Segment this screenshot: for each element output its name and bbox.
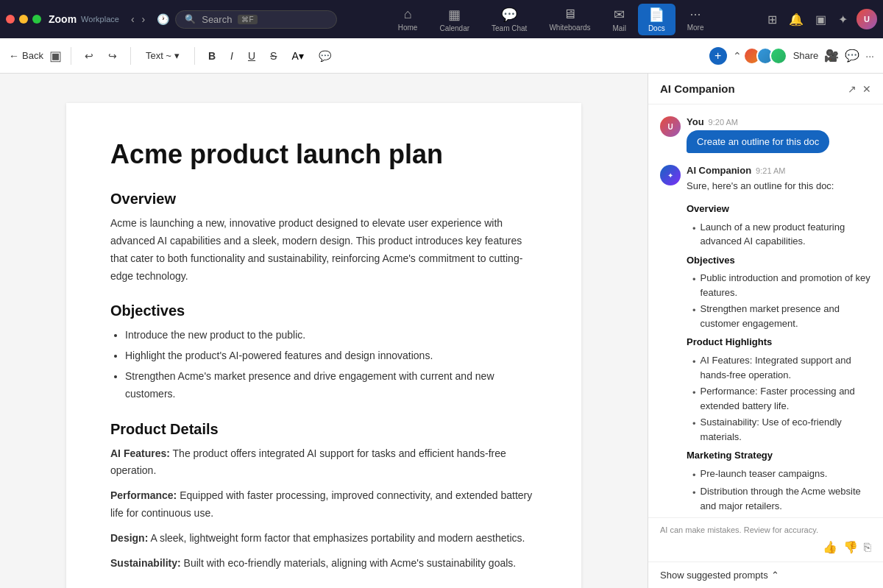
bullet-icon: • — [692, 272, 696, 300]
zoom-logo-text: Zoom — [49, 13, 77, 25]
nav-item-more[interactable]: ··· More — [677, 4, 714, 35]
feature-ai-label: AI Features: — [110, 447, 170, 459]
strikethrough-button[interactable]: S — [266, 47, 281, 65]
user-avatar[interactable]: U — [857, 9, 877, 29]
document-content: Acme product launch plan Overview Acme i… — [66, 103, 581, 588]
forward-arrow-button[interactable]: › — [139, 10, 149, 28]
nav-items: ⌂ Home ▦ Calendar 💬 Team Chat 🖥 Whiteboa… — [340, 4, 762, 35]
history-button[interactable]: 🕐 — [154, 10, 172, 28]
ai-sparkle-icon[interactable]: ✦ — [835, 10, 851, 29]
external-link-icon[interactable]: ↗ — [848, 83, 857, 95]
nav-item-docs[interactable]: 📄 Docs — [638, 4, 675, 35]
nav-item-whiteboards[interactable]: 🖥 Whiteboards — [539, 4, 600, 35]
feature-sustainability-text: Built with eco-friendly materials, align… — [184, 557, 517, 569]
show-prompts-button[interactable]: Show suggested prompts ⌃ — [660, 570, 779, 581]
outline-item-text: Distribution through the Acme website an… — [701, 484, 871, 513]
outline-item: • Sustainability: Use of eco-friendly ma… — [687, 415, 871, 444]
ai-message-row: ✦ AI Companion 9:21 AM Sure, here's an o… — [660, 165, 871, 517]
minimize-window-button[interactable] — [19, 15, 28, 24]
outline-overview: Overview • Launch of a new product featu… — [687, 202, 871, 249]
outline-item: • AI Features: Integrated support and ha… — [687, 353, 871, 382]
toolbar-divider-1 — [71, 47, 71, 65]
more-options-button[interactable]: ··· — [865, 50, 874, 62]
ai-message-content: AI Companion 9:21 AM Sure, here's an out… — [687, 165, 871, 517]
comments-button[interactable]: 💬 — [845, 49, 859, 63]
search-bar[interactable]: 🔍 Search ⌘F — [175, 10, 337, 29]
video-button[interactable]: 🎥 — [824, 49, 839, 63]
document-title: Acme product launch plan — [110, 138, 537, 170]
outline-marketing: Marketing Strategy • Pre-launch teaser c… — [687, 448, 871, 513]
thumbs-down-button[interactable]: 👎 — [843, 540, 858, 554]
feature-design-text: A sleek, lightweight form factor that em… — [150, 532, 525, 544]
docs-icon: 📄 — [648, 7, 664, 23]
back-label: Back — [22, 50, 43, 61]
ai-message-meta: AI Companion 9:21 AM — [687, 165, 871, 176]
more-icon: ··· — [690, 7, 701, 22]
redo-button[interactable]: ↪ — [104, 47, 121, 65]
outline-item-text: Pre-launch teaser campaigns. — [701, 467, 828, 483]
bell-icon[interactable]: 🔔 — [786, 10, 806, 29]
outline-product-highlights: Product Highlights • AI Features: Integr… — [687, 335, 871, 444]
feature-design: Design: A sleek, lightweight form factor… — [110, 530, 537, 548]
bullet-icon: • — [692, 386, 696, 413]
outline-item-text: Launch of a new product featuring advanc… — [701, 220, 871, 249]
toolbar-divider-2 — [130, 47, 131, 65]
collaborator-avatar-3 — [770, 47, 787, 65]
nav-item-mail[interactable]: ✉ Mail — [603, 4, 636, 35]
section-objectives-title: Objectives — [110, 302, 537, 319]
maximize-window-button[interactable] — [32, 15, 41, 24]
top-navigation: Zoom Workplace ‹ › 🕐 🔍 Search ⌘F ⌂ Home … — [0, 0, 883, 38]
back-button[interactable]: ← Back — [9, 50, 43, 62]
outline-marketing-title: Marketing Strategy — [687, 448, 871, 464]
close-panel-icon[interactable]: ✕ — [862, 83, 871, 95]
nav-item-mail-label: Mail — [613, 24, 626, 32]
feature-sustainability: Sustainability: Built with eco-friendly … — [110, 555, 537, 573]
objectives-list: Introduce the new product to the public.… — [125, 327, 537, 403]
list-item: Introduce the new product to the public. — [125, 327, 537, 344]
outline-item-text: Sustainability: Use of eco-friendly mate… — [701, 415, 871, 444]
nav-item-teamchat-label: Team Chat — [492, 24, 527, 32]
font-color-button[interactable]: A▾ — [287, 47, 308, 65]
text-style-dropdown[interactable]: Text ~ ▾ — [140, 47, 185, 64]
nav-item-calendar[interactable]: ▦ Calendar — [429, 4, 480, 35]
ai-message-name: AI Companion — [687, 165, 751, 176]
back-arrow-icon: ← — [9, 50, 19, 62]
document-toolbar: ← Back ▣ ↩ ↪ Text ~ ▾ B I U S A▾ 💬 + ⌃ S… — [0, 38, 883, 74]
nav-item-docs-label: Docs — [648, 24, 665, 32]
outline-item: • Strengthen market presence and custome… — [687, 302, 871, 330]
outline-item: • Pre-launch teaser campaigns. — [687, 467, 871, 483]
ai-messages-area: U You 9:20 AM Create an outline for this… — [648, 105, 883, 517]
feature-ai: AI Features: The product offers integrat… — [110, 445, 537, 481]
bullet-icon: • — [692, 417, 696, 444]
sidebar-toggle-icon[interactable]: ▣ — [812, 10, 829, 29]
bold-button[interactable]: B — [204, 47, 220, 65]
list-item: Highlight the product's AI-powered featu… — [125, 347, 537, 365]
panel-toggle-button[interactable]: ▣ — [49, 48, 62, 64]
apps-icon[interactable]: ⊞ — [765, 10, 780, 29]
ai-disclaimer: AI can make mistakes. Review for accurac… — [660, 525, 871, 534]
user-message-name: You — [687, 116, 704, 127]
share-button[interactable]: Share — [793, 50, 819, 61]
close-window-button[interactable] — [6, 15, 15, 24]
outline-objectives-title: Objectives — [687, 253, 871, 269]
ai-panel-title: AI Companion — [660, 82, 842, 95]
calendar-icon: ▦ — [448, 7, 461, 23]
nav-item-team-chat[interactable]: 💬 Team Chat — [481, 4, 537, 35]
comment-inline-button[interactable]: 💬 — [314, 47, 336, 65]
ai-footer: AI can make mistakes. Review for accurac… — [648, 517, 883, 562]
workplace-text: Workplace — [81, 15, 119, 24]
copy-button[interactable]: ⎘ — [864, 540, 871, 554]
italic-button[interactable]: I — [226, 47, 238, 65]
underline-button[interactable]: U — [244, 47, 260, 65]
undo-button[interactable]: ↩ — [80, 47, 98, 65]
whiteboard-icon: 🖥 — [563, 7, 576, 22]
nav-item-home[interactable]: ⌂ Home — [388, 4, 428, 35]
nav-item-home-label: Home — [398, 24, 418, 32]
back-arrow-button[interactable]: ‹ — [128, 10, 138, 28]
outline-item: • Launch of a new product featuring adva… — [687, 220, 871, 249]
section-overview-content: Acme is launching a new, innovative prod… — [110, 215, 537, 285]
expand-button[interactable]: ⌃ — [733, 50, 742, 62]
add-content-button[interactable]: + — [709, 47, 727, 65]
chevron-down-icon: ▾ — [174, 50, 180, 61]
thumbs-up-button[interactable]: 👍 — [823, 540, 837, 554]
